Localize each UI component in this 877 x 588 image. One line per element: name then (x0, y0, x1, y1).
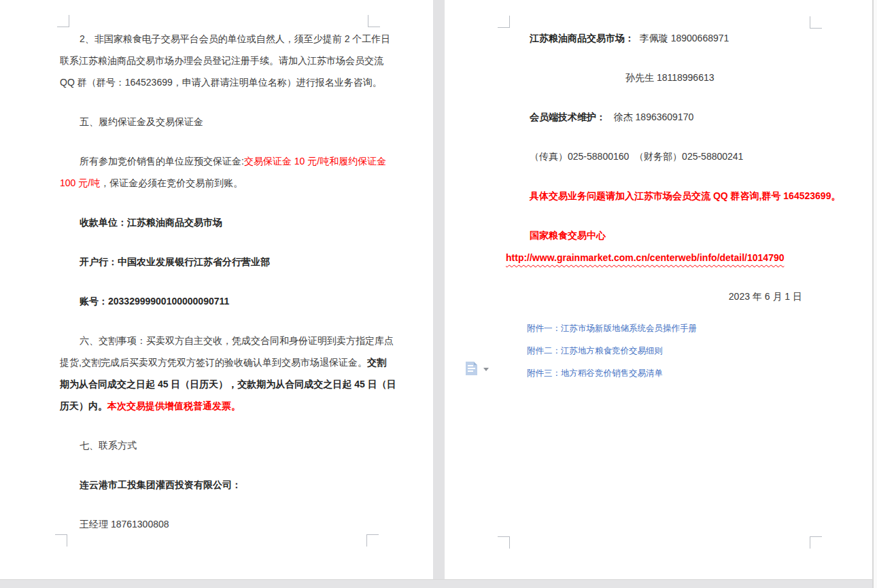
document-line: 2、非国家粮食电子交易平台会员的单位或自然人，须至少提前 2 个工作日 (60, 29, 371, 50)
text-run: 孙先生 18118996613 (625, 72, 715, 84)
document-line: 六、交割事项：买卖双方自主交收，凭成交合同和身份证明到卖方指定库点 (60, 330, 371, 352)
attachment-links: 附件一：江苏市场新版地储系统会员操作手册附件二：江苏地方粮食竞价交易细则附件三：… (510, 317, 810, 385)
document-line: 账号：20332999900100000090711 (60, 291, 371, 313)
page-fold (474, 362, 477, 365)
text-run: http://www.grainmarket.com.cn/centerweb/… (506, 252, 785, 263)
document-icon (466, 362, 477, 375)
document-line: 连云港市工投集团灌西投资有限公司： (60, 474, 371, 496)
paragraph: 江苏粮油商品交易市场： 李佩璇 18900668971 (510, 28, 810, 50)
text-run: 历天）内。 (60, 400, 107, 413)
bottom-background-band (0, 579, 877, 588)
paragraph: 2023 年 6 月 1 日 (510, 286, 810, 308)
paragraph: 具体交易业务问题请加入江苏市场会员交流 QQ 群咨询,群号 164523699。 (510, 186, 810, 207)
text-run: 王经理 18761300808 (80, 519, 169, 531)
paragraph: 国家粮食交易中心http://www.grainmarket.com.cn/ce… (510, 225, 810, 269)
paragraph: 所有参加竞价销售的单位应预交保证金:交易保证金 10 元/吨和履约保证金100 … (60, 151, 371, 194)
text-run: 七、联系方式 (80, 440, 137, 452)
chevron-down-icon (483, 368, 489, 371)
text-run: 所有参加竞价销售的单位应预交保证金: (80, 156, 244, 168)
crop-mark (366, 534, 379, 547)
text-run: 2023 年 6 月 1 日 (729, 291, 802, 303)
text-run: 2、非国家粮食电子交易平台会员的单位或自然人，须至少提前 2 个工作日 (80, 33, 390, 46)
text-run: 六、交割事项：买卖双方自主交收，凭成交合同和身份证明到卖方指定库点 (80, 335, 394, 347)
paragraph: 七、联系方式 (60, 435, 371, 457)
document-line: 王经理 18761300808 (60, 514, 371, 536)
text-run: 五、履约保证金及交易保证金 (80, 116, 203, 128)
text-run: 开户行：中国农业发展银行江苏省分行营业部 (80, 256, 270, 269)
document-line: 提货,交割完成后买卖双方凭双方签订的验收确认单到交易市场退保证金。交割 (60, 352, 371, 374)
page-gap (433, 0, 445, 588)
paragraph: 2、非国家粮食电子交易平台会员的单位或自然人，须至少提前 2 个工作日联系江苏粮… (60, 29, 371, 94)
paragraph: 账号：20332999900100000090711 (60, 291, 371, 313)
text-run: 本次交易提供增值税普通发票。 (107, 400, 241, 413)
document-line: 七、联系方式 (60, 435, 371, 457)
paragraph: 连云港市工投集团灌西投资有限公司： (60, 474, 371, 496)
paragraph: 王经理 18761300808 (60, 514, 371, 536)
document-line: http://www.grainmarket.com.cn/centerweb/… (506, 247, 810, 269)
document-line: QQ 群（群号：164523699，申请入群请注明单位名称）进行报名业务咨询。 (60, 72, 371, 94)
text-run: 交割 (367, 357, 386, 369)
text-run: QQ 群（群号：164523699，申请入群请注明单位名称）进行报名业务咨询。 (60, 77, 382, 89)
text-run: 国家粮食交易中心 (530, 230, 606, 242)
crop-mark (57, 15, 69, 27)
text-run: 收款单位：江苏粮油商品交易市场 (80, 217, 222, 229)
text-run: 账号：20332999900100000090711 (80, 296, 229, 308)
right-page-text-area[interactable]: 江苏粮油商品交易市场： 李佩璇 18900668971孙先生 181189966… (510, 28, 810, 308)
text-run: 徐杰 18963609170 (606, 111, 693, 124)
left-page-text-area[interactable]: 2、非国家粮食电子交易平台会员的单位或自然人，须至少提前 2 个工作日联系江苏粮… (60, 29, 371, 536)
paragraph: 会员端技术维护： 徐杰 18963609170 (510, 107, 810, 128)
paragraph: 开户行：中国农业发展银行江苏省分行营业部 (60, 252, 371, 273)
paragraph: 五、履约保证金及交易保证金 (60, 111, 371, 133)
document-line: 开户行：中国农业发展银行江苏省分行营业部 (60, 252, 371, 273)
document-line: 100 元/吨，保证金必须在竞价交易前到账。 (60, 173, 371, 194)
document-line: 历天）内。本次交易提供增值税普通发票。 (60, 396, 371, 417)
paste-options-button[interactable] (466, 362, 493, 377)
attachment-link-1[interactable]: 附件一：江苏市场新版地储系统会员操作手册 (510, 317, 810, 340)
document-line: 国家粮食交易中心 (510, 225, 810, 247)
document-line: 2023 年 6 月 1 日 (510, 286, 810, 308)
text-run: ，保证金必须在竞价交易前到账。 (100, 177, 243, 190)
text-run: 期为从合同成交之日起 45 日（日历天），交款期为从合同成交之日起 45 日（日 (60, 379, 396, 391)
text-run: 连云港市工投集团灌西投资有限公司： (80, 479, 241, 491)
text-run: 会员端技术维护： (530, 111, 606, 124)
text-run: 交易保证金 10 元/吨和履约保证金 (244, 156, 386, 168)
crop-mark (810, 536, 822, 549)
text-run: 100 元/吨 (60, 177, 100, 190)
document-line: 五、履约保证金及交易保证金 (60, 111, 371, 133)
document-line: 会员端技术维护： 徐杰 18963609170 (510, 107, 810, 128)
crop-mark (498, 16, 510, 28)
paragraph: 六、交割事项：买卖双方自主交收，凭成交合同和身份证明到卖方指定库点提货,交割完成… (60, 330, 371, 417)
text-run: （传真）025-58800160 （财务部）025-58800241 (530, 151, 743, 163)
text-run: 江苏粮油商品交易市场： (530, 33, 634, 45)
paragraph: 收款单位：江苏粮油商品交易市场 (60, 212, 371, 234)
document-line: 联系江苏粮油商品交易市场办理会员登记注册手续。请加入江苏市场会员交流 (60, 50, 371, 72)
window-right-fill (874, 0, 877, 588)
crop-mark (498, 536, 510, 549)
document-line: 具体交易业务问题请加入江苏市场会员交流 QQ 群咨询,群号 164523699。 (510, 186, 810, 207)
attachment-link-2[interactable]: 附件二：江苏地方粮食竞价交易细则 (510, 340, 810, 362)
document-line: 孙先生 18118996613 (510, 67, 810, 89)
document-line: 期为从合同成交之日起 45 日（日历天），交款期为从合同成交之日起 45 日（日 (60, 374, 371, 396)
text-run: 提货,交割完成后买卖双方凭双方签订的验收确认单到交易市场退保证金。 (60, 357, 367, 369)
document-line: 江苏粮油商品交易市场： 李佩璇 18900668971 (510, 28, 810, 50)
crop-mark (810, 16, 822, 29)
text-run: 具体交易业务问题请加入江苏市场会员交流 QQ 群咨询,群号 164523699。 (530, 190, 840, 203)
document-line: （传真）025-58800160 （财务部）025-58800241 (510, 146, 810, 168)
attachment-link-3[interactable]: 附件三：地方稻谷竞价销售交易清单 (510, 362, 810, 385)
text-run: 李佩璇 18900668971 (634, 33, 729, 45)
paragraph: （传真）025-58800160 （财务部）025-58800241 (510, 146, 810, 168)
text-run: 联系江苏粮油商品交易市场办理会员登记注册手续。请加入江苏市场会员交流 (60, 55, 383, 67)
crop-mark (55, 534, 67, 547)
paragraph: 孙先生 18118996613 (510, 67, 810, 89)
document-line: 所有参加竞价销售的单位应预交保证金:交易保证金 10 元/吨和履约保证金 (60, 151, 371, 173)
crop-mark (368, 15, 380, 27)
document-line: 收款单位：江苏粮油商品交易市场 (60, 212, 371, 234)
